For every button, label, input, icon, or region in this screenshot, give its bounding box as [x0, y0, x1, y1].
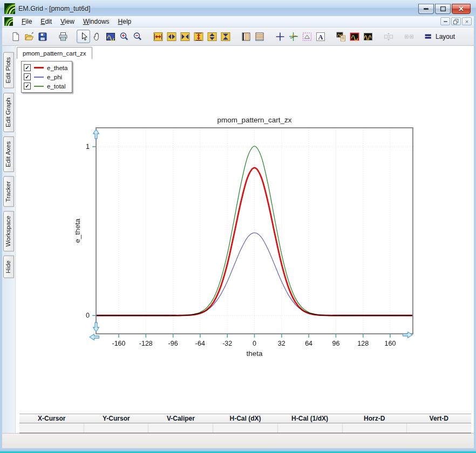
legend-line-swatch: [34, 67, 44, 68]
sidebar-tab-hide[interactable]: Hide: [3, 256, 14, 278]
open-file-icon: [24, 31, 35, 42]
save-file-icon: [37, 31, 48, 42]
legend-item: ✓e_theta: [24, 63, 67, 72]
layout-button[interactable]: Layout: [424, 32, 455, 41]
title-bar: EM.Grid - [pmom_tut6d] ✕: [0, 0, 476, 16]
open-file-button[interactable]: [22, 30, 36, 43]
document-logo-icon: [4, 17, 13, 26]
arrows-x-out-icon: [166, 31, 177, 42]
menu-item-windows[interactable]: Windows: [79, 17, 114, 26]
maximize-button[interactable]: [435, 4, 451, 14]
mdi-restore-button[interactable]: [451, 17, 461, 25]
legend-item: ✓e_phi: [24, 72, 67, 81]
arrows-y-out-icon: [207, 31, 217, 42]
svg-text:A: A: [318, 33, 323, 40]
align-horizontal-button: [402, 30, 416, 43]
plot-properties-button[interactable]: [334, 30, 348, 43]
plot-highlight-button[interactable]: [348, 30, 361, 43]
print-button[interactable]: [56, 30, 70, 43]
sidebar-tab-workspace[interactable]: Workspace: [3, 211, 14, 251]
zoom-in-icon: [119, 31, 130, 42]
arrows-y-in-icon: [220, 31, 231, 42]
pan-tool-button[interactable]: [90, 30, 104, 43]
zoom-in-button[interactable]: [117, 30, 131, 43]
menu-item-help[interactable]: Help: [114, 17, 136, 26]
legend-item: ✓e_total: [24, 81, 67, 91]
arrows-y-in-button[interactable]: [219, 30, 232, 43]
pan-tool-icon: [92, 31, 103, 42]
arrows-x-in-button[interactable]: [178, 30, 192, 43]
align-vertical-button: [382, 30, 395, 43]
toolbar: ALayout: [2, 28, 474, 46]
horizontal-sections-button[interactable]: [253, 30, 266, 43]
print-icon: [58, 31, 69, 42]
legend-line-swatch: [34, 86, 44, 87]
menu-item-edit[interactable]: Edit: [36, 17, 56, 26]
cursor-column-h-cal-dx-: H-Cal (dX): [213, 414, 278, 423]
legend-line-swatch: [34, 77, 44, 78]
app-window: EM.Grid - [pmom_tut6d] ✕ FileEditViewWin…: [0, 0, 476, 453]
legend-label: e_theta: [47, 65, 67, 71]
cursor-value-cell: [278, 423, 343, 433]
layout-label: Layout: [436, 33, 455, 40]
caliper-tool-button[interactable]: [300, 30, 314, 43]
sidebar-tab-tracker[interactable]: Tracker: [3, 176, 14, 207]
align-horizontal-icon: [404, 31, 414, 42]
layout-icon: [424, 32, 433, 41]
legend-checkbox-e_total[interactable]: ✓: [24, 83, 31, 90]
plot-overlay-icon: [363, 31, 373, 42]
new-document-button[interactable]: [9, 30, 22, 43]
close-button[interactable]: ✕: [452, 4, 471, 14]
mdi-close-button[interactable]: ×: [462, 17, 472, 25]
arrows-x-in-icon: [180, 31, 191, 42]
crosshair-tool-button[interactable]: [273, 30, 287, 43]
document-tab[interactable]: pmom_pattern_cart_zx: [17, 47, 92, 59]
cursor-column-vert-d: Vert-D: [406, 414, 471, 423]
save-file-button[interactable]: [36, 30, 49, 43]
vertical-sections-icon: [241, 31, 251, 42]
content-area: pmom_pattern_cart_zx ✓e_theta✓e_phi✓e_to…: [15, 46, 474, 433]
caliper-tool-icon: [302, 31, 312, 42]
vertical-sections-button[interactable]: [239, 30, 253, 43]
cursor-value-cell: [213, 423, 278, 433]
plot-highlight-icon: [349, 31, 360, 42]
arrows-x-out-button[interactable]: [165, 30, 178, 43]
legend-box: ✓e_theta✓e_phi✓e_total: [21, 61, 72, 93]
legend-checkbox-e_phi[interactable]: ✓: [24, 73, 31, 80]
legend-label: e_phi: [47, 74, 62, 80]
cursor-value-cell: [19, 423, 84, 433]
menu-bar: FileEditViewWindowsHelp ×: [2, 16, 474, 28]
cursor-column-v-caliper: V-Caliper: [148, 414, 213, 423]
cursor-value-cell: [343, 423, 407, 433]
fit-view-icon: [105, 31, 116, 42]
select-tool-button[interactable]: [77, 30, 90, 43]
cursor-value-cell: [407, 423, 471, 433]
legend-label: e_total: [47, 83, 66, 90]
mdi-minimize-button[interactable]: [440, 17, 450, 25]
plot-overlay-button[interactable]: [361, 30, 375, 43]
expand-x-icon: [153, 31, 164, 42]
align-vertical-icon: [383, 31, 394, 42]
cursor-column-horz-d: Horz-D: [342, 414, 407, 423]
expand-x-button[interactable]: [151, 30, 165, 43]
plot-properties-icon: [336, 31, 346, 42]
expand-y-button[interactable]: [192, 30, 205, 43]
text-annotation-button[interactable]: A: [314, 30, 327, 43]
cursor-value-cell: [84, 423, 149, 433]
tracker-tool-icon: [288, 31, 299, 42]
legend-checkbox-e_theta[interactable]: ✓: [24, 64, 31, 71]
minimize-button[interactable]: [418, 4, 434, 14]
sidebar-tab-edit-graph[interactable]: Edit Graph: [3, 93, 14, 132]
fit-view-button[interactable]: [104, 30, 117, 43]
cursor-column-h-cal-1-dx-: H-Cal (1/dX): [277, 414, 342, 423]
text-annotation-icon: A: [315, 31, 326, 42]
zoom-out-button[interactable]: [131, 30, 144, 43]
sidebar-tab-edit-axes[interactable]: Edit Axes: [3, 136, 14, 172]
menu-item-file[interactable]: File: [17, 17, 36, 26]
crosshair-tool-icon: [275, 31, 285, 42]
menu-item-view[interactable]: View: [56, 17, 79, 26]
tracker-tool-button[interactable]: [287, 30, 300, 43]
new-document-icon: [10, 31, 21, 42]
sidebar-tab-edit-plots[interactable]: Edit Plots: [3, 52, 14, 88]
arrows-y-out-button[interactable]: [205, 30, 219, 43]
